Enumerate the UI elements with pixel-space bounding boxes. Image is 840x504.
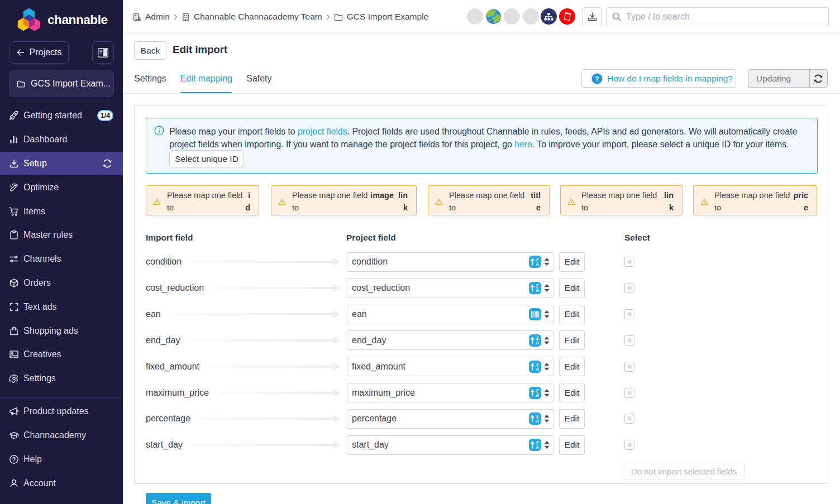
svg-text:A: A (536, 340, 539, 345)
svg-text:A: A (536, 419, 539, 424)
svg-text:?: ? (595, 74, 599, 83)
svg-text:A: A (536, 393, 539, 398)
svg-text:A: A (536, 288, 539, 293)
svg-text:A: A (536, 445, 539, 450)
svg-text:A: A (536, 367, 539, 372)
svg-text:A: A (536, 262, 539, 267)
